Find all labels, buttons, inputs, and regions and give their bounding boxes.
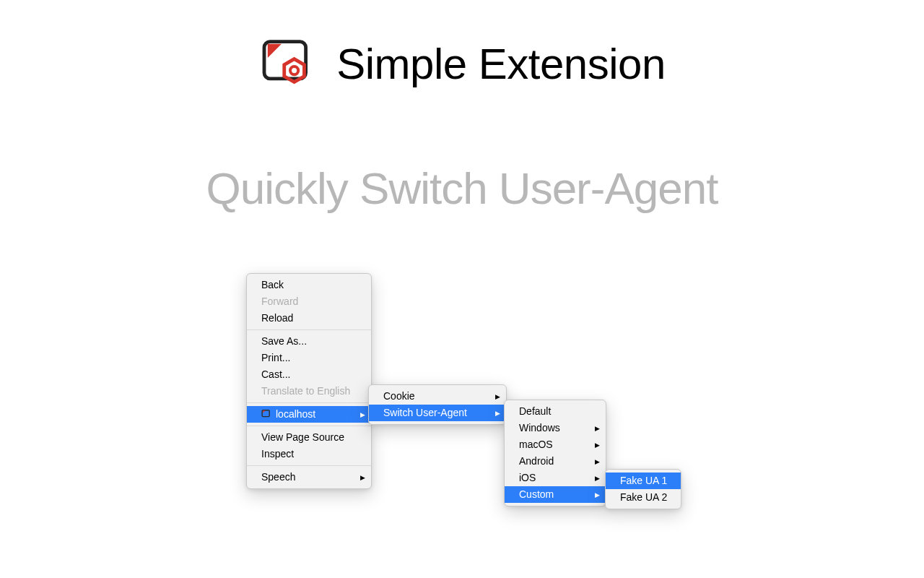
menu-item-fake-ua-2[interactable]: Fake UA 2 — [606, 489, 681, 506]
menu-item-ua-custom[interactable]: Custom ▶ — [505, 486, 606, 503]
menu-divider — [247, 426, 371, 426]
menu-item-label: Custom — [519, 488, 554, 500]
chevron-right-icon: ▶ — [495, 389, 500, 403]
menu-item-ua-windows[interactable]: Windows ▶ — [505, 420, 606, 436]
menu-item-label: Android — [519, 455, 554, 467]
menu-item-ua-macos[interactable]: macOS ▶ — [505, 436, 606, 453]
menu-item-label: Cookie — [383, 390, 415, 402]
chevron-right-icon: ▶ — [595, 421, 600, 435]
menu-item-print[interactable]: Print... — [247, 350, 371, 366]
context-menu-user-agent: Default Windows ▶ macOS ▶ Android ▶ iOS … — [504, 400, 606, 506]
page-subtitle: Quickly Switch User-Agent — [0, 163, 924, 214]
menu-item-label: iOS — [519, 472, 536, 483]
context-menu-custom-ua: Fake UA 1 Fake UA 2 — [605, 469, 681, 509]
menu-item-label: macOS — [519, 439, 553, 450]
menu-item-fake-ua-1[interactable]: Fake UA 1 — [606, 473, 681, 489]
menu-item-speech[interactable]: Speech ▶ — [247, 469, 371, 486]
menu-item-label: Speech — [261, 471, 295, 483]
header: Simple Extension — [0, 35, 924, 92]
menu-divider — [247, 402, 371, 403]
menu-item-extension-localhost[interactable]: localhost ▶ — [247, 406, 371, 423]
context-menu-extension: Cookie ▶ Switch User-Agent ▶ — [368, 384, 507, 425]
menu-item-ua-default[interactable]: Default — [505, 403, 606, 420]
menu-item-label: Switch User-Agent — [383, 407, 467, 418]
chevron-right-icon: ▶ — [595, 471, 600, 485]
menu-item-ua-android[interactable]: Android ▶ — [505, 453, 606, 470]
chevron-right-icon: ▶ — [595, 438, 600, 452]
menu-item-label: localhost — [276, 408, 315, 420]
extension-favicon-icon — [261, 409, 271, 419]
svg-point-2 — [290, 66, 298, 74]
menu-item-view-source[interactable]: View Page Source — [247, 429, 371, 446]
menu-item-switch-user-agent[interactable]: Switch User-Agent ▶ — [369, 405, 506, 421]
chevron-right-icon: ▶ — [595, 488, 600, 501]
chevron-right-icon: ▶ — [595, 454, 600, 468]
menu-divider — [247, 329, 371, 330]
menu-item-back[interactable]: Back — [247, 277, 371, 293]
chevron-right-icon: ▶ — [360, 407, 365, 421]
menu-item-label: Windows — [519, 422, 560, 434]
menu-item-reload[interactable]: Reload — [247, 310, 371, 327]
menu-item-cast[interactable]: Cast... — [247, 366, 371, 383]
menu-divider — [247, 465, 371, 466]
menu-item-ua-ios[interactable]: iOS ▶ — [505, 470, 606, 486]
menu-item-save-as[interactable]: Save As... — [247, 333, 371, 350]
menu-item-forward: Forward — [247, 293, 371, 310]
chevron-right-icon: ▶ — [495, 406, 500, 420]
chevron-right-icon: ▶ — [360, 470, 365, 484]
context-menu-main: Back Forward Reload Save As... Print... … — [246, 273, 372, 489]
menu-item-cookie[interactable]: Cookie ▶ — [369, 388, 506, 405]
menu-item-translate: Translate to English — [247, 383, 371, 400]
menu-item-inspect[interactable]: Inspect — [247, 446, 371, 462]
app-title: Simple Extension — [336, 39, 666, 89]
app-logo-icon — [258, 35, 316, 92]
